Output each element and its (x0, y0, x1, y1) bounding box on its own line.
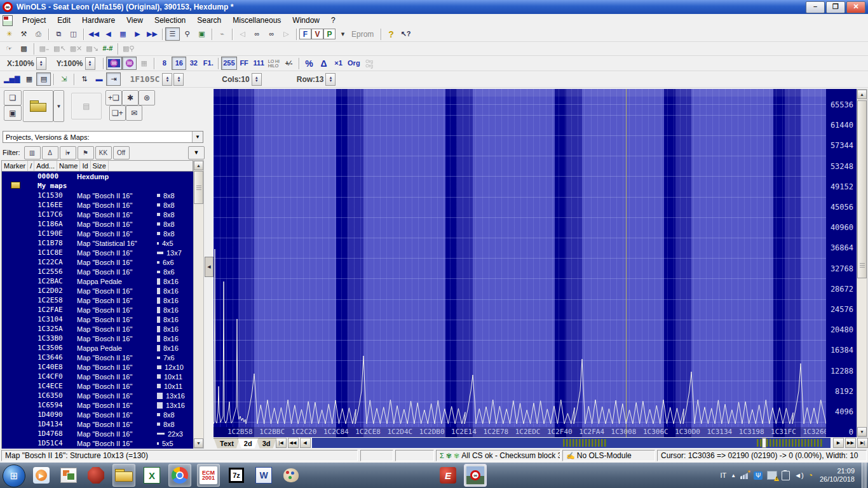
Map "Bosch II 16"[interactable]: 1C2FAE Map "Bosch II 16" 8x16 (2, 305, 193, 315)
Map "Bosch II 16"[interactable]: 1C6594 Map "Bosch II 16" 13x16 (2, 400, 193, 410)
version-overview-icon[interactable]: ▦ (116, 27, 130, 41)
last-version-icon[interactable]: ▶▶ (145, 27, 159, 41)
column-header[interactable]: Id (80, 161, 90, 171)
search-window-icon[interactable]: ⚲ (180, 27, 194, 41)
Map "Bosch II 16"[interactable]: 1C2556 Map "Bosch II 16" 8x6 (2, 267, 193, 276)
Map "Bosch II 16"[interactable]: 1C1530 Map "Bosch II 16" 8x8 (2, 191, 193, 200)
tray-expand-icon[interactable]: ▲ (731, 473, 736, 478)
chip-remove-icon[interactable]: ▩✕ (68, 42, 85, 55)
project-properties-icon[interactable]: ⧉ (51, 27, 66, 41)
minimize-button[interactable]: – (806, 1, 825, 13)
wireless-icon[interactable]: Ψ (754, 471, 763, 480)
eprom-chips-icon[interactable]: ▩ (17, 42, 31, 55)
view-version-icon[interactable]: V (311, 29, 323, 39)
help-icon[interactable]: ? (384, 27, 398, 41)
export-icon[interactable]: ⇲ (57, 72, 71, 86)
preview-icon[interactable]: ▣ (194, 27, 209, 41)
address-spinner-1[interactable]: ▲▼ (162, 73, 172, 86)
filter-off-button[interactable]: Off (113, 146, 130, 159)
Map "Bosch II 16"[interactable]: 1C17C6 Map "Bosch II 16" 8x8 (2, 210, 193, 219)
filter-text-button[interactable]: ▥ (24, 146, 41, 159)
filter-info-button[interactable]: i▾ (60, 146, 76, 159)
show-desktop-button[interactable] (862, 463, 867, 488)
Map "Bosch II 16"[interactable]: 1C2E58 Map "Bosch II 16" 8x16 (2, 295, 193, 305)
network-warning-icon[interactable] (767, 471, 777, 480)
signed-icon[interactable]: +∕- (281, 57, 296, 70)
view-tab[interactable]: Text (214, 438, 240, 449)
Map "Bosch II 16"[interactable]: 1C186A Map "Bosch II 16" 8x8 (2, 219, 193, 229)
row-height-icon[interactable]: ⇅ (77, 72, 92, 86)
view-grid-icon[interactable]: ▦ (137, 57, 151, 70)
column-header[interactable]: Marker (2, 161, 28, 171)
Map "Bosch II 16"[interactable]: 1C3104 Map "Bosch II 16" 8x16 (2, 315, 193, 324)
view-tab[interactable]: 2d (238, 438, 259, 449)
search-next-icon[interactable]: ▷ (279, 27, 294, 41)
gauge-tray-icon[interactable]: ◔ (808, 471, 813, 480)
print-icon[interactable]: ⎙ (31, 27, 46, 41)
hand-mode-icon[interactable]: ☞ (2, 42, 17, 55)
taskbar-excel-icon[interactable]: X (141, 464, 163, 486)
scroll-fast-left-button[interactable]: ◀◀ (288, 438, 299, 448)
taskbar-red-hexagon-app-icon[interactable] (85, 464, 107, 486)
binary-view-icon[interactable]: 111 (252, 57, 266, 70)
decimal-view-icon[interactable]: 255 (221, 57, 236, 70)
menu-item[interactable]: View (121, 15, 149, 26)
maximize-button[interactable]: ❐ (826, 1, 845, 13)
Map "Bosch II 16"[interactable]: 1C16EE Map "Bosch II 16" 8x8 (2, 200, 193, 210)
menu-item[interactable]: Edit (51, 15, 76, 26)
factor-icon[interactable]: ×1 (331, 57, 346, 70)
view-folder-icon[interactable]: F (299, 29, 311, 39)
wizard-button[interactable]: ✱ (122, 90, 139, 105)
scroll-left-button[interactable]: ◀ (300, 438, 311, 448)
search-maps-icon[interactable]: ∞ (250, 27, 264, 41)
connect-icon[interactable]: ⌁ (215, 27, 229, 41)
taskbar-media-player-icon[interactable]: ▶ (31, 464, 52, 486)
open-dropdown-button[interactable]: ▼ (53, 90, 64, 122)
original-icon[interactable]: Org (346, 57, 362, 70)
menu-item[interactable]: Hardware (76, 15, 121, 26)
Map "Bosch II 16"[interactable]: 1C33B0 Map "Bosch II 16" 8x16 (2, 334, 193, 343)
chip-select-icon[interactable]: ▩↖ (51, 42, 68, 55)
y-zoom-spinner[interactable]: Y:100% ▲▼ (57, 57, 95, 70)
taskbar-7zip-icon[interactable]: 7z (226, 464, 247, 486)
scrollbar-thumb[interactable] (762, 438, 766, 448)
filter-delta-button[interactable]: Δ (42, 146, 58, 159)
view-dropdown-arrow[interactable]: ▾ (336, 27, 350, 41)
taskbar-explorer-icon[interactable] (112, 464, 135, 487)
taskbar-ecm-titanium-icon[interactable]: ECM 2001 (197, 464, 220, 487)
chip-equal-icon[interactable]: ▩₌ (37, 42, 51, 55)
hex-view-icon[interactable]: FF (237, 57, 252, 70)
Map "Bosch II 16"[interactable]: 1C6350 Map "Bosch II 16" 13x16 (2, 391, 193, 400)
panel-collapse-handle[interactable]: ◀ (205, 257, 214, 277)
view-project-icon[interactable]: P (323, 29, 336, 39)
menu-item[interactable]: Miscellaneous (227, 15, 287, 26)
save-button[interactable]: ▣ (4, 105, 22, 121)
open-project-button[interactable] (23, 90, 53, 122)
panel-mode-combobox[interactable]: Projects, Versions & Maps: ▼ (3, 131, 203, 143)
filter-kk-button[interactable]: KK (95, 146, 112, 159)
clock[interactable]: 21:09 26/10/2018 (820, 467, 855, 484)
Map "Bosch II 16"[interactable]: 1C3646 Map "Bosch II 16" 7x6 (2, 353, 193, 362)
window-list-icon[interactable]: ☰ (165, 27, 180, 41)
Mappa Pedale[interactable]: 1C2BAC Mappa Pedale 8x16 (2, 276, 193, 286)
taskbar-photo-viewer-icon[interactable] (58, 464, 79, 486)
search-maps-auto-icon[interactable]: ∞ (264, 27, 279, 41)
view-tab[interactable]: 3d (256, 438, 277, 449)
taskbar-winols-icon[interactable]: ∞ (464, 464, 487, 487)
byte-order-icon[interactable]: LO HI HILO (266, 57, 281, 70)
read-eprom-icon[interactable]: ⚒ (17, 27, 31, 41)
Map "Bosch II 16"[interactable]: 1C1C8E Map "Bosch II 16" 13x7 (2, 248, 193, 257)
x-zoom-spinner[interactable]: X:100% ▲▼ (7, 57, 46, 70)
menu-item[interactable]: ? (325, 15, 341, 26)
taskbar-paint-icon[interactable] (280, 464, 302, 486)
chip-move-icon[interactable]: ▩↘ (84, 42, 100, 55)
chart-horizontal-scrollbar[interactable] (312, 438, 831, 448)
Map "Bosch II 16"[interactable]: 1C190E Map "Bosch II 16" 8x8 (2, 229, 193, 238)
globe-button[interactable]: ⊛ (139, 90, 155, 105)
first-version-icon[interactable]: ◀◀ (86, 27, 101, 41)
new-version-button[interactable]: ❏ (4, 90, 22, 105)
Map "Bosch II 16"[interactable]: 1D4768 Map "Bosch II 16" 22x3 (2, 429, 193, 438)
signal-strength-icon[interactable] (740, 471, 749, 479)
column-header[interactable]: / (28, 161, 34, 171)
menu-item[interactable]: Window (287, 15, 325, 26)
